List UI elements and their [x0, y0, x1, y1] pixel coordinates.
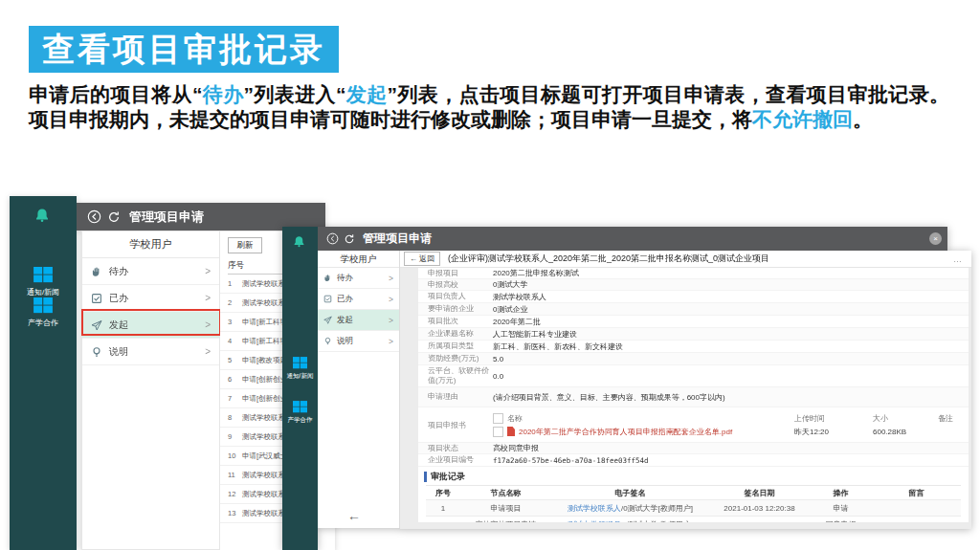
- attachment-row: 项目申报书 名称 上传时间 大小 备注 2020年第二批产学合作协同育: [418, 407, 969, 443]
- col-upload-time: 上传时间: [794, 413, 869, 424]
- attachment-file-row: 2020年第二批产学合作协同育人项目申报指南配套企业名单.pdf 昨天12:20…: [493, 427, 965, 437]
- col-action: 操作: [810, 488, 872, 498]
- lightbulb-icon: [323, 337, 332, 345]
- nav-item-label: 说明: [337, 336, 353, 347]
- lightbulb-icon: [91, 346, 102, 358]
- row-number: 5: [228, 351, 242, 369]
- cell-sign-date: 2021-01-03 12:20:38: [709, 504, 810, 513]
- bell-icon[interactable]: [34, 208, 50, 223]
- para-text: ”列表进入“: [244, 83, 346, 105]
- form-row: 项目负责人测试学校联系人: [418, 291, 969, 303]
- project-form-card: 申报项目2020第二批申报名称测试 申报高校0测试大学 项目负责人测试学校联系人…: [418, 268, 969, 522]
- field-value: 0测试企业: [493, 304, 969, 315]
- sidebar-item-news[interactable]: 通知/新闻: [10, 267, 77, 297]
- section-accent-bar: [424, 472, 427, 482]
- chevron-right-icon: >: [389, 295, 393, 304]
- close-icon[interactable]: ×: [929, 232, 942, 245]
- form-row: 项目批次2020年第二批: [418, 316, 969, 328]
- sidebar-item-cooperation[interactable]: 产学合作: [10, 297, 77, 328]
- project-title[interactable]: (企业评审)测试学校联系人_2020年第二批_2020第二批申报名称测试_0测试…: [448, 253, 945, 265]
- nav-item-info[interactable]: 说明 >: [82, 339, 219, 365]
- nav-role-header: 学校用户: [318, 251, 399, 268]
- done-check-icon: [323, 295, 332, 303]
- form-row: 云平台、软硬件价值(万元)0.0: [418, 365, 969, 387]
- file-checkbox[interactable]: [493, 427, 503, 437]
- chevron-right-icon: >: [205, 346, 211, 357]
- nav-panel: 学校用户 待办 > 已办 > 发起 > 说明 >: [81, 231, 220, 550]
- para-highlight-todo: 待办: [202, 83, 243, 105]
- file-link[interactable]: 2020年第二批产学合作协同育人项目申报指南配套企业名单.pdf: [519, 427, 791, 437]
- nav-item-label: 发起: [109, 319, 128, 332]
- row-number: 11: [228, 466, 242, 484]
- field-value: 2020年第二批: [493, 317, 969, 327]
- row-number: 7: [228, 389, 242, 407]
- signer-link[interactable]: 测试学校联系人: [568, 504, 621, 513]
- return-arrow-icon: ←: [410, 254, 417, 263]
- approval-table-row: 1 申请项目 测试学校联系人/0测试大学[教师用户] 2021-01-03 12…: [426, 500, 961, 517]
- nav-item-done[interactable]: 已办 >: [318, 289, 399, 310]
- cell-sign-date: 2021-01-04 11:17:11: [709, 520, 810, 523]
- sidebar-item-label: 产学合作: [282, 416, 318, 425]
- section-title-text: 审批记录: [431, 471, 465, 483]
- signer-org: /0测试大学[教师用户]: [621, 504, 693, 513]
- row-number: 3: [228, 313, 242, 331]
- cell-action: 同意申报: [810, 519, 872, 523]
- nav-item-label: 已办: [337, 294, 353, 305]
- nav-item-label: 待办: [109, 265, 128, 278]
- chevron-right-icon: >: [389, 274, 393, 283]
- refresh-icon[interactable]: [344, 233, 355, 245]
- cell-node-name: 申请项目: [460, 503, 551, 514]
- pdf-icon: [507, 427, 515, 436]
- sidebar-item-label: 通知/新闻: [282, 372, 318, 381]
- chevron-right-icon: >: [389, 337, 393, 346]
- nav-item-info[interactable]: 说明 >: [318, 331, 399, 352]
- signer-link[interactable]: 测试大学管理员: [568, 520, 621, 523]
- cell-node-name: 高校审核项目申请: [460, 519, 551, 523]
- col-size: 大小: [873, 413, 934, 424]
- paper-plane-icon: [91, 319, 102, 331]
- nav-item-todo[interactable]: 待办 >: [82, 258, 219, 285]
- field-label: 企业课题名称: [418, 329, 493, 339]
- refresh-icon[interactable]: [107, 210, 121, 224]
- form-row: 申报项目2020第二批申报名称测试: [418, 268, 969, 279]
- col-signature: 电子签名: [551, 488, 709, 498]
- back-icon[interactable]: [326, 232, 339, 245]
- return-label: 返回: [419, 253, 434, 264]
- form-row: 资助经费(万元)5.0: [418, 353, 969, 365]
- sidebar-item-cooperation[interactable]: 产学合作: [282, 401, 318, 425]
- field-label: 资助经费(万元): [418, 354, 493, 363]
- row-number: 6: [228, 370, 242, 388]
- para-highlight-initiate: 发起: [345, 83, 387, 105]
- nav-item-label: 说明: [109, 345, 128, 359]
- refresh-button[interactable]: 刷新: [228, 237, 262, 253]
- field-label: 申报高校: [418, 280, 493, 290]
- return-button[interactable]: ←返回: [404, 252, 440, 266]
- nav-item-todo[interactable]: 待办 >: [318, 268, 399, 289]
- sidebar-item-news[interactable]: 通知/新闻: [282, 357, 318, 381]
- nav-item-initiate[interactable]: 发起 >: [82, 312, 219, 339]
- file-upload-time: 昨天12:20: [794, 427, 869, 437]
- file-size: 600.28KB: [873, 428, 934, 436]
- cell-signature: 测试大学管理员/0测试大学[教师用户]: [551, 519, 709, 523]
- more-icon[interactable]: …: [953, 254, 963, 264]
- col-note: 备注: [938, 413, 965, 424]
- field-label: 项目申报书: [418, 407, 493, 442]
- form-row: 企业项目编号f17a2a60-57be-46eb-a70a-18fee03ff5…: [418, 454, 969, 467]
- field-placeholder: (请介绍项目背景、意义、目标、主要内容、预期成果等，600字以内): [493, 392, 969, 403]
- project-id-value: f17a2a60-57be-46eb-a70a-18fee03ff54d: [493, 456, 969, 465]
- project-status-value: 高校同意申报: [493, 443, 969, 453]
- col-comment: 留言: [872, 488, 961, 498]
- cell-seq: 2: [426, 520, 460, 523]
- back-icon[interactable]: [87, 209, 101, 224]
- para-text: 申请后的项目将从“: [29, 83, 202, 105]
- field-label: 项目状态: [418, 444, 493, 453]
- sidebar-item-label: 通知/新闻: [10, 287, 77, 297]
- row-number: 10: [228, 447, 242, 465]
- row-number: 13: [228, 504, 242, 522]
- nav-item-initiate[interactable]: 发起 >: [318, 310, 399, 331]
- field-value: 2020第二批申报名称测试: [493, 268, 969, 278]
- bell-icon[interactable]: [293, 235, 305, 248]
- select-all-checkbox[interactable]: [493, 413, 503, 424]
- nav-item-done[interactable]: 已办 >: [82, 285, 219, 312]
- field-label: 所属项目类型: [418, 341, 493, 351]
